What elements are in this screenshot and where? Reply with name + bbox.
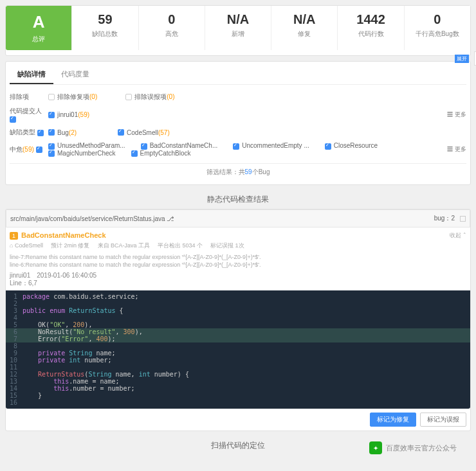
expand-icon[interactable] (460, 216, 466, 222)
code-line: 15 } (6, 392, 470, 399)
code-line: 11 (6, 364, 470, 371)
defect-all-checkbox[interactable] (37, 130, 44, 136)
caption-1: 静态代码检查结果 (5, 190, 471, 209)
mid-item[interactable]: EmptyCatchBlock (131, 150, 200, 157)
mid-item[interactable]: UnusedMethodParam... (48, 142, 134, 149)
code-line: 4 (6, 314, 470, 321)
file-header: src/main/java/com/baidu/set/service/Retu… (6, 209, 470, 227)
metric-新增: N/A新增 (205, 6, 271, 50)
committer-more[interactable]: ☰ 更多 (447, 111, 466, 119)
code-line: 5 OK("OK", 200), (6, 321, 470, 328)
tab-代码度量[interactable]: 代码度量 (53, 66, 97, 84)
metric-高危: 0高危 (139, 6, 205, 50)
code-line: 6 NoResult("No result", 300), (6, 328, 470, 335)
metric-千行高危Bug数: 0千行高危Bug数 (405, 6, 470, 50)
code-block: 1package com.baidu.set.service;23public … (6, 290, 470, 409)
code-line: 3public enum ReturnStatus { (6, 307, 470, 314)
bug-checkbox[interactable] (48, 129, 55, 136)
collapse-link[interactable]: 收起 ˄ (450, 231, 466, 240)
mid-row: 中危(59) UnusedMethodParam...BadConstantNa… (10, 139, 466, 159)
mid-more[interactable]: ☰ 更多 (447, 145, 466, 154)
committer-all-checkbox[interactable] (10, 116, 16, 123)
metric-代码行数: 1442代码行数 (338, 6, 404, 50)
metric-总评: A总评 (6, 6, 72, 50)
mid-item[interactable]: CloseResource (325, 142, 387, 149)
code-line: 12 ReturnStatus(String name, int number)… (6, 371, 470, 378)
mid-item[interactable]: BadConstantNameCh... (141, 142, 227, 149)
code-line: 16 (6, 399, 470, 406)
code-line: 10 private int number; (6, 357, 470, 364)
committer-checkbox[interactable] (48, 112, 55, 118)
exclude-row: 排除项 排除修复项(0) 排除误报项(0) (10, 90, 466, 104)
code-line: 13 this.name = name; (6, 378, 470, 385)
branch-icon: ⎇ (167, 215, 174, 222)
committer-row: 代码提交人 jinrui01(59) ☰ 更多 (10, 104, 466, 125)
code-line: 14 this.number = number; (6, 385, 470, 392)
code-line: 1package com.baidu.set.service; (6, 293, 470, 300)
metrics-row: A总评59缺陷总数0高危N/A新增N/A修复1442代码行数0千行高危Bug数 (6, 6, 470, 50)
code-line: 2 (6, 300, 470, 307)
filter-result: 筛选结果：共59个Bug (10, 163, 466, 181)
issue-title[interactable]: BadConstantNameCheck (21, 231, 105, 239)
issue-line-1: line-7:Rename this constant name to matc… (6, 254, 470, 262)
code-line: 7 Error("Error", 400); (6, 335, 470, 342)
wechat-footer: ✦ 百度效率云官方公众号 (369, 441, 457, 454)
code-line: 9 private String name; (6, 350, 470, 357)
author-info: jinrui012019-01-06 16:40:05 Line：6,7 (6, 269, 470, 290)
category-icon: ⌂ (10, 242, 13, 249)
exclude-fixed-checkbox[interactable] (48, 94, 55, 100)
tab-缺陷详情[interactable]: 缺陷详情 (10, 66, 53, 84)
mark-fp-button[interactable]: 标记为误报 (420, 413, 466, 427)
defect-type-row: 缺陷类型 Bug(2) CodeSmell(57) (10, 125, 466, 139)
issue-meta: ⌂ CodeSmell预计 2min 修复来自 BCA-Java 工具平台检出 … (6, 240, 470, 254)
issue-badge: 1 (10, 232, 18, 240)
mid-item[interactable]: MagicNumberCheck (48, 150, 125, 157)
tabs: 缺陷详情代码度量 (10, 66, 466, 85)
expand-badge[interactable]: 展开 (455, 55, 469, 63)
mid-all-checkbox[interactable] (36, 147, 42, 153)
code-line: 8 (6, 342, 470, 350)
metric-修复: N/A修复 (271, 6, 338, 50)
mark-fixed-button[interactable]: 标记为修复 (370, 413, 416, 427)
wechat-icon: ✦ (369, 441, 382, 454)
codesmell-checkbox[interactable] (118, 129, 124, 136)
exclude-fp-checkbox[interactable] (125, 94, 132, 100)
mid-item[interactable]: UncommentedEmpty ... (233, 142, 318, 149)
metric-缺陷总数: 59缺陷总数 (72, 6, 138, 50)
issue-line-2: line-6:Rename this constant name to matc… (6, 262, 470, 269)
